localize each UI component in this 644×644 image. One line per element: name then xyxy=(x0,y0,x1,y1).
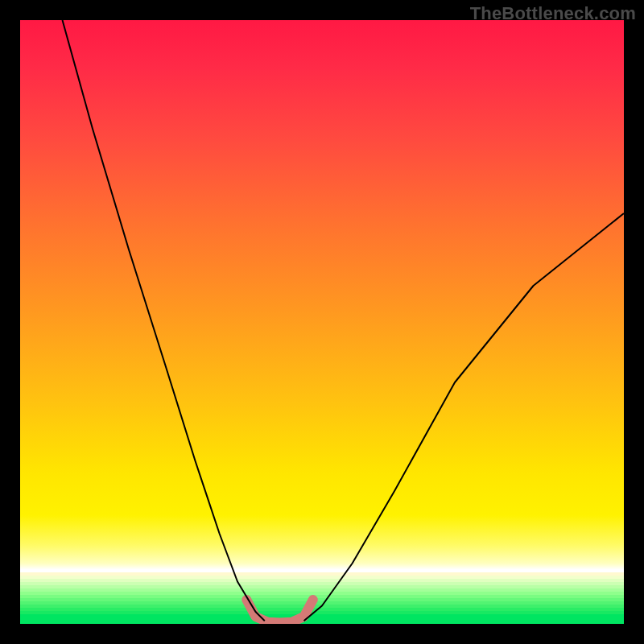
watermark-text: TheBottleneck.com xyxy=(470,3,636,24)
series-right-curve xyxy=(304,213,625,621)
series-left-curve xyxy=(63,20,265,621)
plot-area xyxy=(20,20,624,624)
series-trough-highlight xyxy=(246,600,313,623)
curves-svg xyxy=(20,20,624,624)
chart-frame: TheBottleneck.com xyxy=(0,0,644,644)
